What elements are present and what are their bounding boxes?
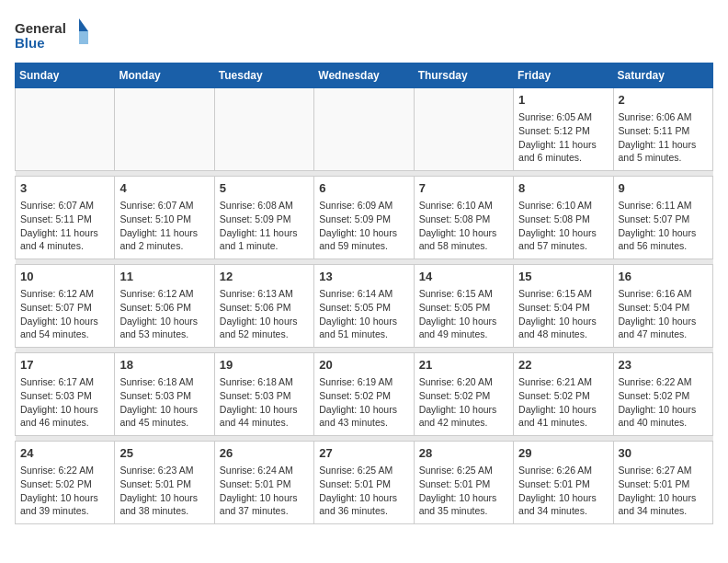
calendar-cell: 5Sunrise: 6:08 AMSunset: 5:09 PMDaylight…	[214, 177, 313, 259]
calendar-cell	[314, 88, 414, 171]
day-info: Sunset: 5:10 PM	[119, 213, 209, 226]
day-info: Sunrise: 6:17 AM	[20, 375, 109, 389]
day-info: Sunrise: 6:21 AM	[518, 375, 608, 389]
day-number: 9	[619, 180, 708, 197]
day-info: Sunset: 5:05 PM	[319, 301, 408, 315]
weekday-header: Monday	[115, 63, 214, 88]
day-info: Sunrise: 6:14 AM	[319, 287, 408, 301]
day-info: Sunrise: 6:16 AM	[619, 287, 708, 301]
day-info: Sunrise: 6:20 AM	[419, 375, 508, 389]
weekday-header: Sunday	[16, 63, 115, 88]
weekday-header: Tuesday	[214, 63, 313, 88]
calendar-cell: 27Sunrise: 6:25 AMSunset: 5:01 PMDayligh…	[314, 442, 414, 524]
day-info: Sunrise: 6:27 AM	[619, 464, 708, 477]
calendar-cell: 21Sunrise: 6:20 AMSunset: 5:02 PMDayligh…	[414, 353, 513, 436]
day-info: Sunset: 5:01 PM	[518, 477, 608, 491]
day-info: Daylight: 11 hours and 4 minutes.	[20, 226, 109, 253]
calendar-cell	[214, 88, 313, 171]
calendar-cell: 1Sunrise: 6:05 AMSunset: 5:12 PMDaylight…	[514, 88, 613, 171]
day-info: Sunset: 5:06 PM	[220, 301, 309, 315]
day-number: 10	[20, 269, 109, 285]
calendar-cell: 13Sunrise: 6:14 AMSunset: 5:05 PMDayligh…	[314, 265, 414, 348]
day-info: Sunset: 5:03 PM	[20, 389, 109, 403]
day-info: Daylight: 10 hours and 44 minutes.	[220, 403, 309, 430]
calendar-cell: 26Sunrise: 6:24 AMSunset: 5:01 PMDayligh…	[214, 442, 313, 524]
day-info: Sunrise: 6:10 AM	[419, 199, 508, 213]
day-info: Sunset: 5:05 PM	[419, 301, 508, 315]
day-number: 11	[119, 269, 209, 285]
day-info: Sunset: 5:01 PM	[619, 477, 708, 491]
day-info: Sunset: 5:01 PM	[119, 477, 209, 491]
day-number: 5	[220, 180, 309, 197]
weekday-header: Thursday	[414, 63, 513, 88]
day-info: Sunset: 5:12 PM	[518, 124, 608, 138]
day-info: Daylight: 11 hours and 6 minutes.	[518, 138, 608, 165]
day-number: 23	[619, 357, 708, 373]
calendar-cell: 15Sunrise: 6:15 AMSunset: 5:04 PMDayligh…	[514, 265, 613, 348]
day-number: 12	[220, 269, 309, 285]
day-number: 24	[20, 445, 109, 462]
day-number: 29	[518, 445, 608, 462]
day-number: 18	[119, 357, 209, 373]
day-info: Sunrise: 6:22 AM	[20, 464, 109, 477]
day-info: Sunrise: 6:12 AM	[20, 287, 109, 301]
day-info: Daylight: 11 hours and 5 minutes.	[619, 138, 708, 165]
day-info: Daylight: 10 hours and 47 minutes.	[619, 315, 708, 341]
day-info: Daylight: 10 hours and 43 minutes.	[319, 403, 408, 430]
calendar-cell: 4Sunrise: 6:07 AMSunset: 5:10 PMDaylight…	[115, 177, 214, 259]
day-info: Daylight: 10 hours and 34 minutes.	[619, 491, 708, 518]
day-info: Sunrise: 6:23 AM	[119, 464, 209, 477]
day-info: Sunrise: 6:18 AM	[220, 375, 309, 389]
day-info: Daylight: 10 hours and 36 minutes.	[319, 491, 408, 518]
day-info: Sunrise: 6:07 AM	[119, 199, 209, 213]
day-info: Daylight: 10 hours and 42 minutes.	[419, 403, 508, 430]
day-number: 6	[319, 180, 408, 197]
day-info: Daylight: 10 hours and 57 minutes.	[518, 226, 608, 253]
day-info: Daylight: 11 hours and 2 minutes.	[119, 226, 209, 253]
calendar-cell	[115, 88, 214, 171]
day-number: 8	[518, 180, 608, 197]
day-number: 26	[220, 445, 309, 462]
calendar-cell	[414, 88, 513, 171]
day-info: Daylight: 10 hours and 54 minutes.	[20, 315, 109, 341]
day-number: 19	[220, 357, 309, 373]
day-info: Sunrise: 6:09 AM	[319, 199, 408, 213]
calendar-cell: 23Sunrise: 6:22 AMSunset: 5:02 PMDayligh…	[613, 353, 712, 436]
day-info: Sunrise: 6:10 AM	[518, 199, 608, 213]
day-number: 1	[518, 92, 608, 109]
day-number: 25	[119, 445, 209, 462]
day-info: Daylight: 10 hours and 37 minutes.	[220, 491, 309, 518]
day-info: Sunset: 5:02 PM	[319, 389, 408, 403]
calendar-cell: 29Sunrise: 6:26 AMSunset: 5:01 PMDayligh…	[514, 442, 613, 524]
day-info: Sunrise: 6:08 AM	[220, 199, 309, 213]
calendar-cell: 22Sunrise: 6:21 AMSunset: 5:02 PMDayligh…	[514, 353, 613, 436]
day-info: Sunrise: 6:12 AM	[119, 287, 209, 301]
calendar-cell: 7Sunrise: 6:10 AMSunset: 5:08 PMDaylight…	[414, 177, 513, 259]
calendar-cell: 9Sunrise: 6:11 AMSunset: 5:07 PMDaylight…	[613, 177, 712, 259]
day-number: 16	[619, 269, 708, 285]
day-info: Sunrise: 6:25 AM	[319, 464, 408, 477]
weekday-header: Friday	[514, 63, 613, 88]
day-info: Sunrise: 6:22 AM	[619, 375, 708, 389]
day-info: Sunrise: 6:19 AM	[319, 375, 408, 389]
calendar-cell: 25Sunrise: 6:23 AMSunset: 5:01 PMDayligh…	[115, 442, 214, 524]
calendar-cell: 18Sunrise: 6:18 AMSunset: 5:03 PMDayligh…	[115, 353, 214, 436]
day-info: Daylight: 10 hours and 59 minutes.	[319, 226, 408, 253]
day-info: Sunset: 5:01 PM	[319, 477, 408, 491]
day-info: Sunset: 5:03 PM	[220, 389, 309, 403]
calendar-cell: 11Sunrise: 6:12 AMSunset: 5:06 PMDayligh…	[115, 265, 214, 348]
calendar-cell: 10Sunrise: 6:12 AMSunset: 5:07 PMDayligh…	[16, 265, 115, 348]
logo-svg: General Blue	[15, 15, 88, 55]
day-number: 13	[319, 269, 408, 285]
day-number: 30	[619, 445, 708, 462]
day-info: Sunset: 5:08 PM	[419, 213, 508, 226]
day-info: Sunset: 5:02 PM	[619, 389, 708, 403]
day-info: Sunrise: 6:26 AM	[518, 464, 608, 477]
calendar-cell: 28Sunrise: 6:25 AMSunset: 5:01 PMDayligh…	[414, 442, 513, 524]
day-info: Daylight: 10 hours and 46 minutes.	[20, 403, 109, 430]
day-info: Sunset: 5:09 PM	[319, 213, 408, 226]
day-info: Daylight: 10 hours and 38 minutes.	[119, 491, 209, 518]
day-info: Daylight: 10 hours and 34 minutes.	[518, 491, 608, 518]
calendar-cell: 12Sunrise: 6:13 AMSunset: 5:06 PMDayligh…	[214, 265, 313, 348]
day-info: Daylight: 10 hours and 58 minutes.	[419, 226, 508, 253]
